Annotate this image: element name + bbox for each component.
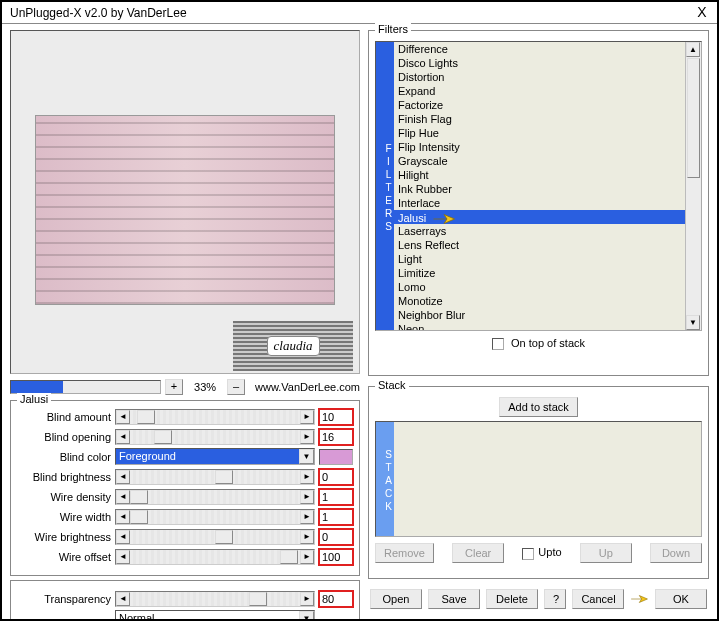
param-label: Blind brightness [17, 471, 115, 483]
upto-label: Upto [538, 546, 561, 558]
chevron-right-icon[interactable]: ► [300, 510, 314, 524]
preview-image [35, 115, 335, 305]
scrollbar[interactable]: ▲ ▼ [685, 42, 701, 330]
chevron-left-icon[interactable]: ◄ [116, 592, 130, 606]
cancel-button[interactable]: Cancel [572, 589, 624, 609]
chevron-right-icon[interactable]: ► [300, 592, 314, 606]
blind-color-combo[interactable]: Foreground▼ [115, 448, 315, 465]
param-value[interactable]: 0 [319, 469, 353, 485]
param-value[interactable]: 1 [319, 509, 353, 525]
chevron-right-icon[interactable]: ► [300, 530, 314, 544]
filter-item[interactable]: Ink Rubber [394, 182, 685, 196]
param-slider[interactable]: ◄► [115, 469, 315, 485]
chevron-right-icon[interactable]: ► [300, 410, 314, 424]
transparency-label: Transparency [17, 593, 115, 605]
zoom-out-button[interactable]: – [227, 379, 245, 395]
filters-legend: Filters [375, 23, 411, 35]
ontop-checkbox[interactable] [492, 338, 504, 350]
filter-item[interactable]: Lens Reflect [394, 238, 685, 252]
filter-item[interactable]: Difference [394, 42, 685, 56]
param-label: Blind amount [17, 411, 115, 423]
param-slider[interactable]: ◄► [115, 429, 315, 445]
chevron-left-icon[interactable]: ◄ [116, 510, 130, 524]
blend-mode-combo[interactable]: Normal ▼ [115, 610, 315, 621]
stack-tab[interactable]: STACK [376, 422, 394, 536]
transparency-value[interactable]: 80 [319, 591, 353, 607]
zoom-percent: 33% [187, 381, 223, 393]
filter-item[interactable]: Expand [394, 84, 685, 98]
chevron-left-icon[interactable]: ◄ [116, 470, 130, 484]
param-value[interactable]: 0 [319, 529, 353, 545]
filter-item[interactable]: Lomo [394, 280, 685, 294]
param-value[interactable]: 10 [319, 409, 353, 425]
filter-item[interactable]: Neighbor Blur [394, 308, 685, 322]
filter-item[interactable]: Interlace [394, 196, 685, 210]
param-label: Wire width [17, 511, 115, 523]
chevron-right-icon[interactable]: ► [300, 470, 314, 484]
param-slider[interactable]: ◄► [115, 489, 315, 505]
close-icon[interactable]: X [691, 4, 713, 22]
filters-list[interactable]: DifferenceDisco LightsDistortionExpandFa… [394, 42, 685, 330]
up-button[interactable]: Up [580, 543, 632, 563]
stack-group: Stack Add to stack STACK Remove Clear Up… [368, 386, 709, 579]
chevron-down-icon[interactable]: ▼ [299, 449, 314, 464]
filter-item[interactable]: Neon [394, 322, 685, 330]
upto-checkbox[interactable] [522, 548, 534, 560]
chevron-down-icon[interactable]: ▼ [686, 315, 700, 330]
clear-button[interactable]: Clear [452, 543, 504, 563]
filter-item[interactable]: Grayscale [394, 154, 685, 168]
titlebar: UnPlugged-X v2.0 by VanDerLee X [2, 2, 717, 24]
pointer-hand-icon [630, 590, 649, 608]
filter-item[interactable]: Flip Hue [394, 126, 685, 140]
filter-item[interactable]: Flip Intensity [394, 140, 685, 154]
chevron-left-icon[interactable]: ◄ [116, 550, 130, 564]
vendor-url: www.VanDerLee.com [249, 381, 360, 393]
filter-item[interactable]: Finish Flag [394, 112, 685, 126]
filters-tab[interactable]: FILTERS [376, 42, 394, 330]
jalusi-group: Jalusi Blind amount◄►10Blind opening◄►16… [10, 400, 360, 576]
down-button[interactable]: Down [650, 543, 702, 563]
chevron-left-icon[interactable]: ◄ [116, 410, 130, 424]
chevron-up-icon[interactable]: ▲ [686, 42, 700, 57]
param-value[interactable]: 16 [319, 429, 353, 445]
chevron-right-icon[interactable]: ► [300, 430, 314, 444]
transparency-slider[interactable]: ◄ ► [115, 591, 315, 607]
filter-item[interactable]: Jalusi [394, 210, 685, 224]
stack-list[interactable]: STACK [375, 421, 702, 537]
chevron-left-icon[interactable]: ◄ [116, 490, 130, 504]
param-slider[interactable]: ◄► [115, 409, 315, 425]
save-button[interactable]: Save [428, 589, 480, 609]
chevron-down-icon[interactable]: ▼ [299, 611, 314, 621]
ok-button[interactable]: OK [655, 589, 707, 609]
filter-item[interactable]: Disco Lights [394, 56, 685, 70]
open-button[interactable]: Open [370, 589, 422, 609]
param-slider[interactable]: ◄► [115, 509, 315, 525]
chevron-right-icon[interactable]: ► [300, 490, 314, 504]
scroll-thumb[interactable] [687, 58, 700, 178]
param-slider[interactable]: ◄► [115, 549, 315, 565]
filter-item[interactable]: Distortion [394, 70, 685, 84]
color-swatch[interactable] [319, 449, 353, 465]
filter-item[interactable]: Hilight [394, 168, 685, 182]
filter-item[interactable]: Monotize [394, 294, 685, 308]
chevron-right-icon[interactable]: ► [300, 550, 314, 564]
chevron-left-icon[interactable]: ◄ [116, 530, 130, 544]
filter-item[interactable]: Limitize [394, 266, 685, 280]
param-value[interactable]: 100 [319, 549, 353, 565]
zoom-slider[interactable] [10, 380, 161, 394]
delete-button[interactable]: Delete [486, 589, 538, 609]
param-value[interactable]: 1 [319, 489, 353, 505]
add-to-stack-button[interactable]: Add to stack [499, 397, 578, 417]
zoom-in-button[interactable]: + [165, 379, 183, 395]
remove-button[interactable]: Remove [375, 543, 434, 563]
filters-group: Filters FILTERS DifferenceDisco LightsDi… [368, 30, 709, 376]
stack-legend: Stack [375, 379, 409, 391]
filter-item[interactable]: Laserrays [394, 224, 685, 238]
preview-panel: claudia [10, 30, 360, 374]
jalusi-legend: Jalusi [17, 393, 51, 405]
chevron-left-icon[interactable]: ◄ [116, 430, 130, 444]
filter-item[interactable]: Light [394, 252, 685, 266]
param-slider[interactable]: ◄► [115, 529, 315, 545]
help-button[interactable]: ? [544, 589, 566, 609]
filter-item[interactable]: Factorize [394, 98, 685, 112]
